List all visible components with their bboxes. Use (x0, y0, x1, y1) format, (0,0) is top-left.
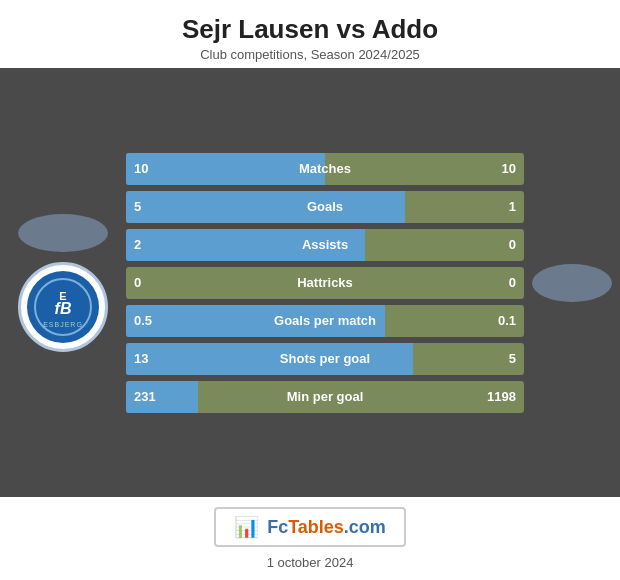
date-label: 1 october 2024 (0, 555, 620, 580)
stat-value-left: 0.5 (134, 313, 152, 328)
page-title: Sejr Lausen vs Addo (10, 14, 610, 45)
stat-label: Goals per match (274, 313, 376, 328)
stat-value-right: 5 (509, 351, 516, 366)
stat-row: Matches1010 (126, 153, 524, 185)
stat-row: Min per goal2311198 (126, 381, 524, 413)
stat-value-left: 10 (134, 161, 148, 176)
subtitle: Club competitions, Season 2024/2025 (10, 47, 610, 62)
stat-row: Shots per goal135 (126, 343, 524, 375)
stat-row: Goals per match0.50.1 (126, 305, 524, 337)
stat-label: Assists (302, 237, 348, 252)
stat-value-left: 5 (134, 199, 141, 214)
stat-row: Goals51 (126, 191, 524, 223)
stat-value-right: 0 (509, 237, 516, 252)
stats-area: Matches1010Goals51Assists20Hattricks00Go… (126, 153, 524, 413)
stat-value-left: 231 (134, 389, 156, 404)
stat-value-right: 0.1 (498, 313, 516, 328)
stat-row: Hattricks00 (126, 267, 524, 299)
stat-value-left: 0 (134, 275, 141, 290)
right-player-side (532, 264, 612, 302)
logo-text: FcTables.com (267, 517, 386, 538)
header: Sejr Lausen vs Addo Club competitions, S… (0, 0, 620, 68)
stat-value-left: 13 (134, 351, 148, 366)
right-oval-decoration (532, 264, 612, 302)
stat-label: Matches (299, 161, 351, 176)
fctables-logo: 📊 FcTables.com (214, 507, 406, 547)
content-area: E fB ESBJERG Matches1010Goals51Assists20… (0, 68, 620, 497)
stat-value-right: 0 (509, 275, 516, 290)
svg-text:ESBJERG: ESBJERG (43, 321, 83, 328)
stat-value-right: 1 (509, 199, 516, 214)
stat-value-right: 1198 (487, 389, 516, 404)
stat-value-right: 10 (502, 161, 516, 176)
stat-value-left: 2 (134, 237, 141, 252)
stat-label: Shots per goal (280, 351, 370, 366)
stat-label: Hattricks (297, 275, 353, 290)
stat-label: Goals (307, 199, 343, 214)
footer: 📊 FcTables.com (0, 497, 620, 555)
left-oval-decoration (18, 214, 108, 252)
left-player-side: E fB ESBJERG (8, 214, 118, 352)
stat-row: Assists20 (126, 229, 524, 261)
club-badge: E fB ESBJERG (18, 262, 108, 352)
svg-text:fB: fB (55, 300, 72, 317)
logo-chart-icon: 📊 (234, 515, 259, 539)
stat-label: Min per goal (287, 389, 364, 404)
